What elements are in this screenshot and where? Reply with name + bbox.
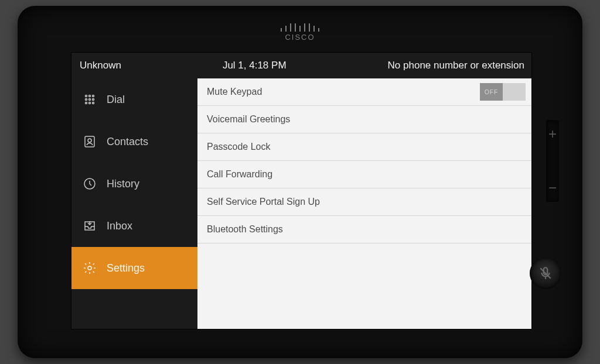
svg-point-1 [89, 95, 91, 97]
status-bar: Unknown Jul 1, 4:18 PM No phone number o… [71, 53, 531, 78]
svg-point-0 [86, 95, 87, 97]
sidebar-item-inbox[interactable]: Inbox [71, 205, 197, 247]
status-phone-number: No phone number or extension [388, 60, 524, 71]
settings-row-label: Call Forwarding [207, 169, 526, 180]
mute-keypad-toggle[interactable]: OFF [480, 83, 526, 101]
svg-point-3 [86, 99, 87, 101]
settings-panel: Mute Keypad OFF Voicemail Greetings Pass… [197, 78, 531, 329]
svg-point-8 [93, 102, 94, 104]
svg-point-2 [93, 95, 94, 97]
settings-row-mute-keypad[interactable]: Mute Keypad OFF [197, 78, 531, 106]
settings-row-label: Bluetooth Settings [207, 224, 526, 235]
svg-point-10 [88, 139, 91, 142]
sidebar-item-contacts[interactable]: Contacts [71, 121, 197, 163]
svg-point-6 [86, 102, 87, 104]
settings-row-label: Mute Keypad [207, 87, 480, 97]
svg-point-4 [89, 99, 91, 101]
history-icon [82, 176, 97, 191]
device-brand: CISCO [281, 23, 319, 42]
svg-point-12 [88, 266, 91, 270]
hardware-volume-rocker[interactable]: + − [546, 120, 559, 202]
svg-point-7 [89, 102, 91, 104]
sidebar-item-settings[interactable]: Settings [71, 247, 197, 289]
volume-up-icon: + [548, 126, 557, 142]
sidebar: Dial Contacts History [71, 78, 197, 329]
inbox-icon [82, 218, 97, 233]
settings-row-bluetooth-settings[interactable]: Bluetooth Settings [197, 216, 531, 243]
sidebar-item-label: Settings [107, 262, 145, 274]
svg-rect-9 [85, 136, 94, 147]
volume-down-icon: − [548, 180, 557, 196]
settings-row-voicemail-greetings[interactable]: Voicemail Greetings [197, 106, 531, 133]
settings-row-label: Self Service Portal Sign Up [207, 197, 526, 207]
sidebar-item-label: Inbox [107, 220, 132, 232]
device-bezel: CISCO Unknown Jul 1, 4:18 PM No phone nu… [18, 6, 582, 358]
screen: Unknown Jul 1, 4:18 PM No phone number o… [71, 53, 531, 329]
hardware-mute-button[interactable] [530, 257, 561, 289]
keypad-icon [82, 92, 97, 107]
sidebar-item-label: History [107, 178, 139, 190]
settings-row-label: Passcode Lock [207, 142, 526, 152]
settings-row-label: Voicemail Greetings [207, 114, 526, 125]
status-line-name: Unknown [80, 60, 121, 71]
settings-row-passcode-lock[interactable]: Passcode Lock [197, 133, 531, 161]
sidebar-item-label: Contacts [107, 136, 148, 148]
toggle-state-label: OFF [480, 83, 503, 101]
contacts-icon [82, 134, 97, 149]
status-datetime: Jul 1, 4:18 PM [121, 60, 388, 71]
settings-row-call-forwarding[interactable]: Call Forwarding [197, 161, 531, 188]
sidebar-item-dial[interactable]: Dial [71, 78, 197, 121]
sidebar-item-history[interactable]: History [71, 163, 197, 205]
sidebar-item-label: Dial [107, 94, 125, 106]
gear-icon [82, 260, 97, 276]
svg-point-5 [93, 99, 94, 101]
settings-row-self-service-portal[interactable]: Self Service Portal Sign Up [197, 188, 531, 216]
mute-mic-icon [538, 266, 553, 281]
brand-label: CISCO [281, 33, 319, 42]
brand-bars-icon [281, 23, 319, 32]
